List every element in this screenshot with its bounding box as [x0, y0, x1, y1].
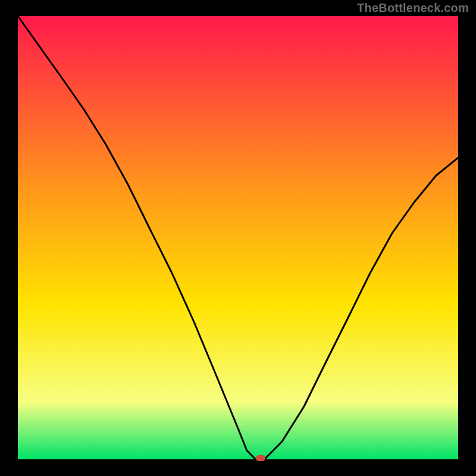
marker-dot: [256, 455, 265, 461]
bottleneck-chart: [0, 0, 476, 476]
chart-container: { "watermark": "TheBottleneck.com", "col…: [0, 0, 476, 476]
plot-area: [18, 16, 458, 459]
watermark-text: TheBottleneck.com: [357, 1, 469, 15]
